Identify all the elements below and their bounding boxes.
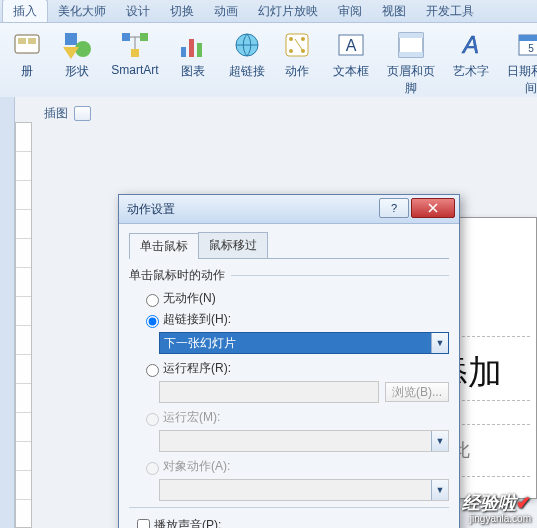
svg-text:5: 5 — [528, 43, 534, 54]
option-run-program[interactable]: 运行程序(R): — [129, 358, 449, 379]
textbox-icon: A — [335, 29, 367, 61]
ribbon-chart-label: 图表 — [181, 63, 205, 80]
close-icon — [428, 203, 438, 213]
menu-tab-slideshow[interactable]: 幻灯片放映 — [248, 0, 328, 22]
menu-tab-animation[interactable]: 动画 — [204, 0, 248, 22]
menu-tab-bar: 插入 美化大师 设计 切换 动画 幻灯片放映 审阅 视图 开发工具 — [0, 0, 537, 23]
thumbnail-panel[interactable] — [0, 97, 15, 528]
hyperlink-icon — [231, 29, 263, 61]
checkmark-icon: ✔ — [516, 493, 531, 513]
hyperlink-target-value: 下一张幻灯片 — [160, 335, 431, 352]
group-title: 单击鼠标时的动作 — [129, 267, 449, 284]
ribbon-wordart-label: 艺术字 — [453, 63, 489, 80]
datetime-icon: 5 — [515, 29, 537, 61]
menu-tab-review[interactable]: 审阅 — [328, 0, 372, 22]
radio-run-program[interactable] — [146, 364, 159, 377]
ribbon-textbox-label: 文本框 — [333, 63, 369, 80]
chart-icon — [177, 29, 209, 61]
hyperlink-target-combo[interactable]: 下一张幻灯片 ▼ — [159, 332, 449, 354]
tab-mouse-over[interactable]: 鼠标移过 — [198, 232, 268, 258]
ribbon-wordart-button[interactable]: A 艺术字 — [446, 25, 496, 100]
dialog-launcher-icon[interactable] — [74, 106, 91, 121]
dialog-tabs: 单击鼠标 鼠标移过 — [129, 232, 449, 259]
dialog-titlebar[interactable]: 动作设置 ? — [119, 195, 459, 224]
menu-tab-design[interactable]: 设计 — [116, 0, 160, 22]
ribbon-chart-button[interactable]: 图表 — [168, 25, 218, 100]
checkbox-play-sound[interactable] — [137, 519, 150, 528]
radio-run-program-label: 运行程序(R): — [163, 360, 231, 377]
action-settings-dialog: 动作设置 ? 单击鼠标 鼠标移过 单击鼠标时的动作 无动作(N) — [118, 194, 460, 528]
dialog-title: 动作设置 — [127, 201, 175, 218]
svg-rect-1 — [18, 38, 26, 44]
ribbon-datetime-button[interactable]: 5 日期和时间 — [496, 25, 537, 100]
svg-rect-22 — [399, 52, 423, 57]
svg-point-14 — [289, 37, 293, 41]
ribbon-hyperlink-label: 超链接 — [229, 63, 265, 80]
ribbon-album-button[interactable]: 册 — [2, 25, 52, 100]
option-none[interactable]: 无动作(N) — [129, 288, 449, 309]
wordart-icon: A — [455, 29, 487, 61]
svg-rect-6 — [122, 33, 130, 41]
chevron-down-icon: ▼ — [431, 480, 448, 500]
ribbon-hyperlink-button[interactable]: 超链接 — [222, 25, 272, 100]
menu-tab-insert[interactable]: 插入 — [2, 0, 48, 22]
group-label-text: 插图 — [44, 105, 68, 122]
radio-hyperlink[interactable] — [146, 315, 159, 328]
svg-text:A: A — [461, 31, 479, 58]
ribbon-action-label: 动作 — [285, 63, 309, 80]
option-hyperlink[interactable]: 超链接到(H): — [129, 309, 449, 330]
object-action-combo: ▼ — [159, 479, 449, 501]
svg-point-15 — [301, 37, 305, 41]
ribbon-shapes-button[interactable]: 形状 — [52, 25, 102, 100]
svg-rect-10 — [189, 39, 194, 57]
ribbon-headerfooter-label: 页眉和页脚 — [382, 63, 440, 97]
svg-rect-7 — [140, 33, 148, 41]
svg-rect-21 — [399, 33, 423, 38]
ribbon-textbox-button[interactable]: A 文本框 — [326, 25, 376, 100]
option-object-action: 对象动作(A): — [129, 456, 449, 477]
checkbox-play-sound-label: 播放声音(P): — [154, 517, 221, 528]
ribbon-headerfooter-button[interactable]: 页眉和页脚 — [376, 25, 446, 100]
ribbon-smartart-label: SmartArt — [111, 63, 158, 77]
menu-tab-devtools[interactable]: 开发工具 — [416, 0, 484, 22]
headerfooter-icon — [395, 29, 427, 61]
menu-tab-beautify[interactable]: 美化大师 — [48, 0, 116, 22]
radio-hyperlink-label: 超链接到(H): — [163, 311, 231, 328]
smartart-icon — [119, 29, 151, 61]
svg-text:A: A — [346, 37, 357, 54]
dialog-close-button[interactable] — [411, 198, 455, 218]
radio-none[interactable] — [146, 294, 159, 307]
dialog-help-button[interactable]: ? — [379, 198, 409, 218]
watermark-brand: 经验啦 — [462, 493, 516, 513]
svg-rect-8 — [131, 49, 139, 57]
dialog-body: 单击鼠标 鼠标移过 单击鼠标时的动作 无动作(N) 超链接到(H): 下一张幻灯… — [119, 224, 459, 528]
ribbon-action-button[interactable]: 动作 — [272, 25, 322, 100]
watermark-url: jingyanla.com — [462, 513, 531, 524]
svg-rect-25 — [519, 35, 537, 41]
menu-tab-transition[interactable]: 切换 — [160, 0, 204, 22]
separator — [129, 507, 449, 508]
radio-object-action — [146, 462, 159, 475]
chevron-down-icon[interactable]: ▼ — [431, 333, 448, 353]
shapes-icon — [61, 29, 93, 61]
svg-rect-13 — [286, 34, 308, 56]
watermark: 经验啦✔ jingyanla.com — [462, 491, 531, 524]
option-run-macro: 运行宏(M): — [129, 407, 449, 428]
workspace: 插图 添加 击此 动作设置 ? 单击鼠标 鼠标移过 单击鼠标时的 — [0, 97, 537, 528]
action-icon — [281, 29, 313, 61]
option-play-sound[interactable]: 播放声音(P): — [129, 514, 449, 528]
ribbon-shapes-label: 形状 — [65, 63, 89, 80]
radio-run-macro-label: 运行宏(M): — [163, 409, 220, 426]
menu-tab-view[interactable]: 视图 — [372, 0, 416, 22]
svg-rect-11 — [197, 43, 202, 57]
ribbon-smartart-button[interactable]: SmartArt — [102, 25, 168, 100]
radio-none-label: 无动作(N) — [163, 290, 216, 307]
ribbon: 册 形状 SmartArt 图表 超链接 动作 A 文本框 页眉和页脚 A 艺术… — [0, 23, 537, 103]
radio-run-macro — [146, 413, 159, 426]
browse-button: 浏览(B)... — [385, 382, 449, 402]
radio-object-action-label: 对象动作(A): — [163, 458, 230, 475]
tab-mouse-click[interactable]: 单击鼠标 — [129, 233, 199, 259]
vertical-ruler — [15, 122, 32, 528]
svg-rect-2 — [28, 38, 36, 44]
ribbon-group-label: 插图 — [44, 105, 91, 122]
